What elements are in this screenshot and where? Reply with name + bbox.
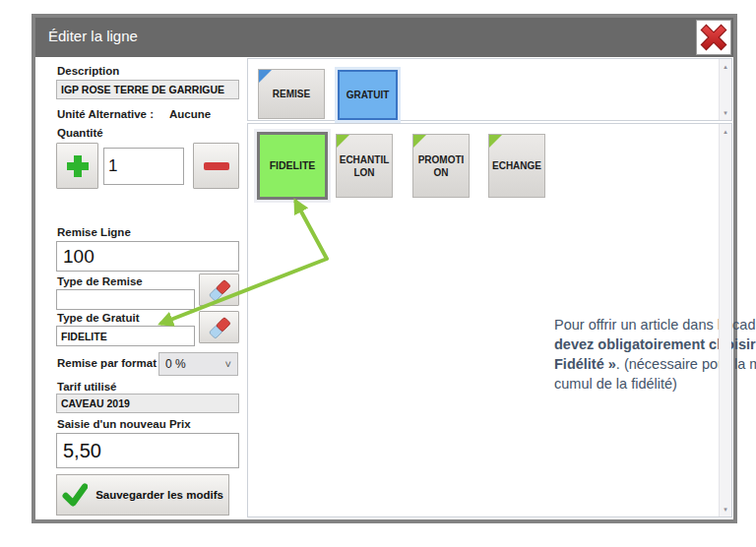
scroll-down-icon[interactable]: ▾ (720, 109, 731, 116)
clear-type-gratuit-button[interactable] (199, 311, 239, 343)
unite-alternative-value: Aucune (169, 108, 211, 120)
type-button-label: ECHANGE (492, 159, 541, 172)
quantity-input[interactable] (103, 148, 184, 185)
titlebar: Éditer la ligne (35, 18, 733, 57)
type-button-label: PROMOTION (415, 153, 467, 179)
category-panel: REMISE GRATUIT ▴ ▾ (247, 58, 732, 121)
type-button-gratuit[interactable]: GRATUIT (338, 70, 398, 120)
screenshot-stage: Éditer la ligne Description Unité Altern… (0, 0, 756, 547)
type-button-label: ECHANTILLON (339, 153, 390, 179)
chevron-down-icon: ˅ (225, 359, 231, 370)
type-gratuit-label: Type de Gratuit (57, 312, 140, 324)
type-button-label: FIDELITE (270, 159, 316, 173)
eraser-icon (207, 316, 232, 339)
plus-icon (64, 152, 92, 180)
remise-ligne-input[interactable] (56, 241, 239, 272)
scroll-down-icon[interactable]: ▾ (720, 506, 731, 513)
close-icon (700, 24, 727, 51)
corner-fold-icon (337, 135, 349, 148)
description-field[interactable] (56, 80, 239, 99)
gratuit-type-panel: FIDELITE ECHANTILLON PROMOTION ECHANGE P… (247, 123, 732, 517)
save-button-label: Sauvegarder les modifs (95, 489, 223, 501)
description-label: Description (57, 65, 119, 77)
edit-line-dialog: Éditer la ligne Description Unité Altern… (32, 14, 737, 523)
remise-ligne-label: Remise Ligne (57, 226, 131, 238)
type-button-label: REMISE (273, 88, 310, 100)
type-button-remise[interactable]: REMISE (258, 69, 325, 119)
type-button-echange[interactable]: ECHANGE (488, 134, 545, 198)
scroll-up-icon[interactable]: ▴ (720, 128, 731, 135)
remise-format-value: 0 % (165, 357, 186, 371)
scroll-up-icon[interactable]: ▴ (720, 63, 731, 70)
type-button-promotion[interactable]: PROMOTION (412, 134, 470, 198)
remise-format-select[interactable]: 0 % ˅ (158, 352, 238, 376)
save-button[interactable]: Sauvegarder les modifs (56, 474, 229, 516)
nouveau-prix-input[interactable] (56, 433, 239, 468)
check-icon (62, 483, 88, 507)
quantity-minus-button[interactable] (193, 143, 239, 189)
type-remise-label: Type de Remise (57, 275, 143, 287)
dialog-title: Éditer la ligne (48, 28, 138, 44)
corner-fold-icon (489, 135, 502, 148)
type-button-label: GRATUIT (346, 89, 390, 101)
corner-fold-icon (259, 70, 272, 83)
close-button[interactable] (696, 20, 731, 55)
eraser-icon (207, 278, 232, 302)
remise-format-label: Remise par format (57, 357, 157, 369)
nouveau-prix-label: Saisie d'un nouveau Prix (57, 418, 191, 430)
quantity-plus-button[interactable] (56, 143, 98, 189)
tarif-field[interactable] (56, 394, 239, 413)
category-panel-scrollbar[interactable]: ▴ ▾ (719, 59, 731, 120)
dialog-content: Description Unité Alternative : Aucune Q… (35, 57, 733, 519)
quantite-label: Quantité (57, 127, 103, 139)
type-gratuit-input[interactable] (56, 326, 195, 346)
corner-fold-icon (413, 135, 426, 148)
tarif-label: Tarif utilisé (57, 381, 117, 393)
type-button-echantillon[interactable]: ECHANTILLON (336, 134, 393, 198)
minus-icon (203, 161, 230, 171)
unite-alternative-row: Unité Alternative : Aucune (57, 108, 211, 120)
type-button-fidelite[interactable]: FIDELITE (257, 132, 328, 200)
type-remise-input[interactable] (56, 289, 195, 310)
gratuit-panel-scrollbar[interactable]: ▴ ▾ (719, 124, 731, 517)
clear-type-remise-button[interactable] (199, 274, 239, 306)
unite-alternative-label: Unité Alternative : (57, 108, 154, 120)
